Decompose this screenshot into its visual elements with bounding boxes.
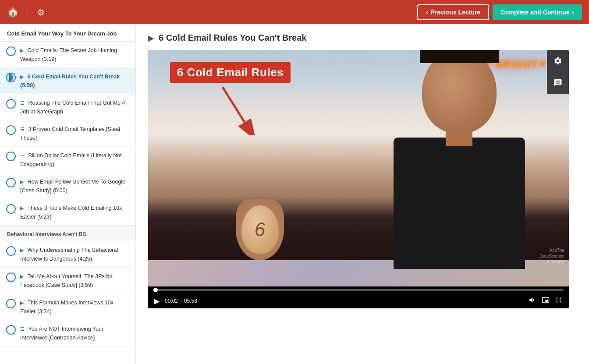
section2-title: Behavioral Interviews Aren't BS bbox=[0, 226, 135, 241]
video-transcript-button[interactable] bbox=[547, 72, 569, 94]
sidebar-item-11[interactable]: ☰ You Are NOT Interviewing Your Intervie… bbox=[0, 320, 135, 346]
video-side-panel bbox=[547, 50, 569, 94]
lecture-title-row: ▶ 6 Cold Email Rules You Can't Break bbox=[148, 33, 577, 43]
play-icon-6: ▶ bbox=[20, 179, 24, 184]
sidebar-item-content-3: ☰ Roasting The Cold Email That Got Me A … bbox=[20, 99, 129, 116]
sidebar-item-title-4: 3 Proven Cold Email Templates [Steal The… bbox=[20, 126, 120, 141]
sidebar-item-3[interactable]: ☰ Roasting The Cold Email That Got Me A … bbox=[0, 94, 135, 120]
video-text-banner: 6 Cold Email Rules bbox=[170, 62, 291, 83]
prev-label: Previous Lecture bbox=[431, 9, 481, 16]
completion-circle-6 bbox=[6, 178, 16, 187]
progress-bar[interactable] bbox=[153, 289, 564, 291]
sidebar-item-title-8: Why Underestimating The Behavioral Inter… bbox=[20, 247, 118, 262]
sidebar-item-title-3: Roasting The Cold Email That Got Me A Jo… bbox=[20, 100, 125, 115]
hand-egg: 6 bbox=[236, 199, 284, 260]
completion-circle-2 bbox=[6, 73, 16, 82]
controls-row: ▶ 00:02 | 05:58 bbox=[148, 293, 569, 308]
content-area: ▶ 6 Cold Email Rules You Can't Break ✦ B… bbox=[136, 24, 589, 364]
sidebar-item-content-7: ▶ These 3 Tools Make Cold Emailing 10x E… bbox=[20, 204, 129, 221]
sidebar-item-title-9: Tell Me About Yourself: The 3Ps for Face… bbox=[20, 273, 113, 288]
sidebar-item-title-5: Billion Dollar Cold Emails (Literally No… bbox=[20, 152, 122, 167]
play-icon-9: ▶ bbox=[20, 274, 24, 279]
gear-icon[interactable]: ⚙ bbox=[37, 7, 45, 18]
completion-circle-5 bbox=[6, 152, 16, 161]
play-button[interactable]: ▶ bbox=[154, 297, 160, 305]
completion-circle-11 bbox=[6, 325, 16, 335]
sidebar-item-8[interactable]: ▶ Why Underestimating The Behavioral Int… bbox=[0, 241, 135, 268]
completion-circle-10 bbox=[6, 299, 16, 308]
home-icon[interactable]: 🏠 bbox=[7, 7, 19, 18]
completion-circle-7 bbox=[6, 204, 16, 214]
completion-circle-8 bbox=[6, 246, 16, 256]
sidebar-item-title-10: This Formula Makes Interviews 10x Easier… bbox=[20, 300, 114, 315]
arrow-icon bbox=[209, 83, 262, 135]
video-settings-button[interactable] bbox=[547, 50, 569, 72]
completion-circle-4 bbox=[6, 125, 16, 135]
complete-continue-button[interactable]: Complete and Continue › bbox=[493, 4, 582, 20]
fullscreen-button[interactable] bbox=[555, 296, 563, 306]
completion-circle-9 bbox=[6, 272, 16, 282]
course-title: Cold Email Your Way To Your Dream Job bbox=[0, 24, 135, 42]
chevron-right-icon: › bbox=[572, 9, 574, 16]
video-controls bbox=[148, 286, 569, 293]
lecture-title: 6 Cold Email Rules You Can't Break bbox=[159, 33, 306, 43]
person-silhouette bbox=[385, 59, 534, 269]
sidebar-item-5[interactable]: ☰ Billion Dollar Cold Emails (Literally … bbox=[0, 147, 135, 173]
current-time: 00:02 | 05:58 bbox=[165, 298, 197, 304]
sidebar-item-9[interactable]: ▶ Tell Me About Yourself: The 3Ps for Fa… bbox=[0, 268, 135, 294]
sidebar-item-content-11: ☰ You Are NOT Interviewing Your Intervie… bbox=[20, 325, 129, 342]
sidebar-item-title-7: These 3 Tools Make Cold Emailing 10x Eas… bbox=[20, 205, 122, 220]
play-icon-7: ▶ bbox=[20, 205, 24, 211]
volume-button[interactable] bbox=[529, 296, 536, 306]
sidebar: Cold Email Your Way To Your Dream Job ▶ … bbox=[0, 24, 136, 364]
sidebar-item-6[interactable]: ▶ How Email Follow Up Got Me To Google [… bbox=[0, 173, 135, 199]
lecture-title-icon: ▶ bbox=[148, 33, 154, 43]
sidebar-item-content-5: ☰ Billion Dollar Cold Emails (Literally … bbox=[20, 151, 129, 168]
top-nav: 🏠 ⚙ ‹ Previous Lecture Complete and Cont… bbox=[0, 0, 589, 24]
sidebar-item-content-9: ▶ Tell Me About Yourself: The 3Ps for Fa… bbox=[20, 272, 129, 289]
complete-label: Complete and Continue bbox=[500, 9, 569, 16]
sidebar-item-content-2: ▶ 6 Cold Email Rules You Can't Break (5:… bbox=[20, 72, 129, 89]
sidebar-item-10[interactable]: ▶ This Formula Makes Interviews 10x Easi… bbox=[0, 294, 135, 320]
svg-line-1 bbox=[223, 87, 245, 122]
play-icon-2: ▶ bbox=[20, 74, 24, 79]
progress-dot bbox=[153, 288, 158, 292]
sidebar-item-4[interactable]: ☰ 3 Proven Cold Email Templates [Steal T… bbox=[0, 120, 135, 147]
play-icon-10: ▶ bbox=[20, 300, 24, 305]
nav-divider bbox=[28, 6, 28, 19]
sidebar-item-content-8: ▶ Why Underestimating The Behavioral Int… bbox=[20, 246, 129, 263]
sidebar-item-7[interactable]: ▶ These 3 Tools Make Cold Emailing 10x E… bbox=[0, 199, 135, 226]
lines-icon-11: ☰ bbox=[20, 326, 25, 332]
lines-icon-5: ☰ bbox=[20, 153, 25, 158]
sidebar-item-title-2: 6 Cold Email Rules You Can't Break (5:58… bbox=[20, 74, 120, 88]
main-layout: Cold Email Your Way To Your Dream Job ▶ … bbox=[0, 24, 589, 364]
video-player: ✦ BRIGHT✦ bbox=[148, 50, 569, 308]
lines-icon-4: ☰ bbox=[20, 127, 25, 132]
sidebar-item-2[interactable]: ▶ 6 Cold Email Rules You Can't Break (5:… bbox=[0, 68, 135, 94]
sidebar-item-content-10: ▶ This Formula Makes Interviews 10x Easi… bbox=[20, 298, 129, 315]
video-thumbnail[interactable]: ✦ BRIGHT✦ bbox=[148, 50, 569, 286]
nav-left: 🏠 ⚙ bbox=[7, 6, 45, 19]
play-icon-8: ▶ bbox=[20, 247, 24, 253]
sidebar-item-title-11: You Are NOT Interviewing Your Interviewe… bbox=[20, 326, 103, 341]
chevron-left-icon: ‹ bbox=[426, 9, 428, 16]
sidebar-item-content-4: ☰ 3 Proven Cold Email Templates [Steal T… bbox=[20, 125, 129, 142]
completion-circle-3 bbox=[6, 99, 16, 109]
sidebar-item-content-6: ▶ How Email Follow Up Got Me To Google [… bbox=[20, 177, 129, 194]
sidebar-item-content-1: ▶ Cold Emails: The Secret Job Hunting We… bbox=[20, 46, 129, 63]
nav-right: ‹ Previous Lecture Complete and Continue… bbox=[417, 4, 582, 20]
completion-circle-1 bbox=[6, 46, 16, 56]
sidebar-item-title-1: Cold Emails: The Secret Job Hunting Weap… bbox=[20, 47, 117, 62]
miniplayer-button[interactable] bbox=[542, 296, 550, 306]
watermark: AceThe DataScience Interview bbox=[539, 247, 564, 265]
play-icon-1: ▶ bbox=[20, 48, 24, 53]
sidebar-item-1[interactable]: ▶ Cold Emails: The Secret Job Hunting We… bbox=[0, 42, 135, 68]
lines-icon-3: ☰ bbox=[20, 100, 25, 106]
sidebar-item-title-6: How Email Follow Up Got Me To Google [Ca… bbox=[20, 179, 125, 194]
previous-lecture-button[interactable]: ‹ Previous Lecture bbox=[417, 4, 489, 20]
video-overlay-text: 6 Cold Email Rules bbox=[170, 62, 291, 83]
